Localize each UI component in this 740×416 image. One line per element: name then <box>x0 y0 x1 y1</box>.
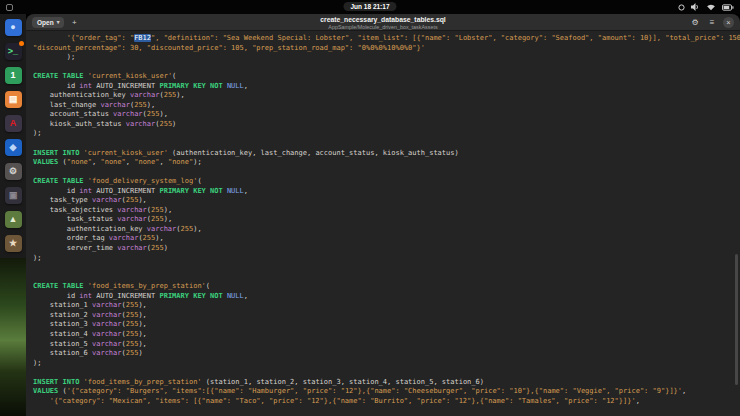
code-segment: int <box>79 187 92 195</box>
window-title: create_necessary_database_tables.sql <box>320 16 445 24</box>
screen-share-icon[interactable] <box>678 4 685 11</box>
dock-app-counter[interactable]: 1 <box>5 67 22 84</box>
code-segment: 255 <box>126 330 139 338</box>
code-segment: varchar <box>92 330 122 338</box>
network-icon[interactable] <box>706 3 716 11</box>
code-segment: 255 <box>126 311 139 319</box>
code-segment: 255 <box>181 225 194 233</box>
code-line: order_tag varchar(255), <box>33 234 740 244</box>
code-line: last_change varchar(255), <box>33 101 740 111</box>
volume-icon[interactable] <box>691 3 700 11</box>
window-titles: create_necessary_database_tables.sql App… <box>320 16 445 30</box>
code-segment: ), <box>193 225 201 233</box>
code-segment: ), <box>138 301 146 309</box>
code-segment: 'food_items_by_prep_station' <box>84 378 202 386</box>
code-line <box>33 139 740 149</box>
plus-icon: + <box>72 18 77 27</box>
open-button[interactable]: Open ▾ <box>32 17 64 28</box>
scrollbar-thumb[interactable] <box>735 254 738 385</box>
code-line: id int AUTO_INCREMENT PRIMARY KEY NOT NU… <box>33 292 740 302</box>
code-segment: 255 <box>147 110 160 118</box>
code-line: CREATE TABLE 'current_kiosk_user'( <box>33 72 740 82</box>
battery-icon[interactable] <box>722 4 734 11</box>
code-segment: NULL <box>227 292 244 300</box>
code-segment: ) <box>138 349 142 357</box>
code-line: '{"order_tag": "FB12", "definition": "Se… <box>33 34 740 44</box>
gear-icon: ⚙ <box>691 18 698 27</box>
dock-app-green-icon: ▲ <box>9 215 18 224</box>
code-segment: 255 <box>126 349 139 357</box>
code-segment: , <box>126 158 134 166</box>
dock-app-brown[interactable]: ★ <box>5 235 22 252</box>
code-line: CREATE TABLE 'food_items_by_prep_station… <box>33 282 740 292</box>
code-segment: int <box>79 292 92 300</box>
code-line: authentication_key varchar(255), <box>33 225 740 235</box>
main-menu-button[interactable]: ≡ <box>706 16 718 28</box>
dock-app-editor-a-icon: A <box>10 119 17 128</box>
code-segment: station_3 <box>33 320 92 328</box>
code-segment: , <box>244 82 248 90</box>
close-window-button[interactable]: × <box>723 17 734 28</box>
code-line: VALUES ('{"category": "Burgers", "items"… <box>33 387 740 397</box>
code-segment: CREATE <box>33 282 58 290</box>
system-tray[interactable] <box>678 3 734 11</box>
code-segment: ( <box>206 282 210 290</box>
code-segment: 'food_delivery_system_log' <box>88 177 198 185</box>
code-line: station_4 varchar(255), <box>33 330 740 340</box>
window-subtitle: AppSample/Molecule_driven_box_taskAssets <box>320 24 445 30</box>
clock[interactable]: Jun 18 21:17 <box>343 2 396 11</box>
code-segment: task_objectives <box>33 206 117 214</box>
settings-button[interactable]: ⚙ <box>689 16 701 28</box>
code-line: task_objectives varchar(255), <box>33 206 740 216</box>
code-segment: INSERT INTO <box>33 149 79 157</box>
code-segment: server_time <box>33 244 117 252</box>
code-segment: , <box>160 158 168 166</box>
dock-app-office[interactable]: ▤ <box>5 91 22 108</box>
code-segment: CREATE <box>33 72 58 80</box>
dock-app-editor-a[interactable]: A <box>5 115 22 132</box>
left-column: ●>_1▤A◆⚙▣▲★ <box>0 14 26 416</box>
code-line: ); <box>33 53 740 63</box>
code-line: id int AUTO_INCREMENT PRIMARY KEY NOT NU… <box>33 82 740 92</box>
code-segment: 255 <box>126 340 139 348</box>
code-segment: PRIMARY KEY NOT <box>159 292 222 300</box>
code-segment: 'food_items_by_prep_station' <box>88 282 206 290</box>
dock-app-green[interactable]: ▲ <box>5 211 22 228</box>
code-segment: ), <box>138 320 146 328</box>
dock-app-office-icon: ▤ <box>9 95 18 104</box>
code-segment: 255 <box>126 301 139 309</box>
code-segment: NULL <box>227 187 244 195</box>
code-segment <box>33 397 50 405</box>
code-segment: NULL <box>227 82 244 90</box>
dock-app-browser[interactable]: ● <box>5 19 22 36</box>
search-match-highlight: FB12 <box>134 34 151 42</box>
dock-app-blue[interactable]: ◆ <box>5 139 22 156</box>
code-segment: , <box>682 387 686 395</box>
code-segment: varchar <box>100 101 130 109</box>
workspace-indicator-icon[interactable] <box>6 4 13 11</box>
code-segment: ), <box>164 206 172 214</box>
code-segment: ( <box>197 177 201 185</box>
code-line: INSERT INTO 'food_items_by_prep_station'… <box>33 378 740 388</box>
new-tab-button[interactable]: + <box>68 16 80 28</box>
code-segment: 255 <box>126 320 139 328</box>
code-segment: '{"category": "Burgers", "items":[{"name… <box>67 387 682 395</box>
close-icon: × <box>726 18 730 27</box>
code-segment: id <box>33 292 79 300</box>
code-segment: 'current_kiosk_user' <box>88 72 172 80</box>
dock-app-dark[interactable]: ▣ <box>5 187 22 204</box>
code-segment: "none" <box>67 158 92 166</box>
code-segment: ); <box>193 158 201 166</box>
code-line: station_3 varchar(255), <box>33 320 740 330</box>
code-line: VALUES ("none", "none", "none", "none"); <box>33 158 740 168</box>
code-segment: "none" <box>168 158 193 166</box>
code-segment: 255 <box>143 234 156 242</box>
code-segment: ), <box>176 91 184 99</box>
dock-app-settings[interactable]: ⚙ <box>5 163 22 180</box>
dock-app-terminal[interactable]: >_ <box>5 43 22 60</box>
code-segment: VALUES <box>33 387 58 395</box>
code-area[interactable]: '{"order_tag": "FB12", "definition": "Se… <box>33 34 740 406</box>
editor-pane[interactable]: '{"order_tag": "FB12", "definition": "Se… <box>26 31 740 416</box>
code-line: ); <box>33 129 740 139</box>
code-segment: 255 <box>151 244 164 252</box>
